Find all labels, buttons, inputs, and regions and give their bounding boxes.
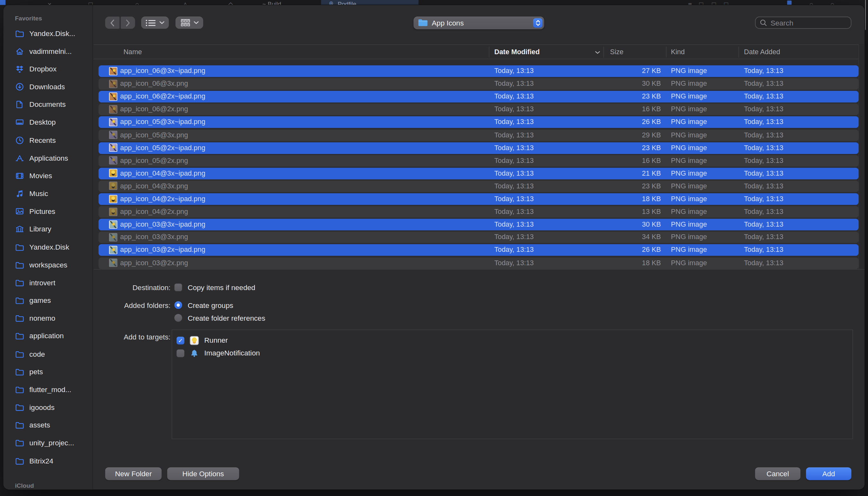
folder-references-label: Create folder references xyxy=(188,314,265,322)
table-row[interactable]: app_icon_05@2x~ipad.pngToday, 13:1323 KB… xyxy=(98,141,858,154)
add-button[interactable]: Add xyxy=(806,467,851,480)
column-header-date-added[interactable]: Date Added xyxy=(744,47,780,57)
sidebar-item-flutter-mod[interactable]: flutter_mod... xyxy=(9,383,91,396)
file-name: app_icon_05@3x.png xyxy=(120,129,188,141)
file-date-modified: Today, 13:13 xyxy=(494,180,534,192)
sidebar-item-introvert[interactable]: introvert xyxy=(9,276,91,290)
file-kind: PNG image xyxy=(671,180,707,192)
folder-icon xyxy=(15,403,25,412)
new-folder-button[interactable]: New Folder xyxy=(105,467,161,480)
file-date-added: Today, 13:13 xyxy=(744,129,784,141)
folder-icon xyxy=(15,349,25,359)
sidebar-item-application[interactable]: application xyxy=(9,329,91,343)
cancel-button[interactable]: Cancel xyxy=(755,467,801,480)
sidebar-item-yandex-disk[interactable]: Yandex.Disk... xyxy=(9,27,91,40)
forward-button[interactable] xyxy=(121,17,135,29)
chevron-down-icon xyxy=(193,21,199,24)
file-size: 23 KB xyxy=(586,141,661,154)
file-date-modified: Today, 13:13 xyxy=(494,218,534,231)
file-date-added: Today, 13:13 xyxy=(744,206,784,218)
sidebar-item-igooods[interactable]: igooods xyxy=(9,401,91,414)
file-thumbnail-icon xyxy=(109,118,117,126)
search-input[interactable]: Search xyxy=(755,17,851,29)
sidebar-item-nonemo[interactable]: nonemo xyxy=(9,312,91,325)
file-thumbnail-icon xyxy=(109,182,117,190)
file-kind: PNG image xyxy=(671,206,707,218)
file-size: 30 KB xyxy=(586,77,661,90)
file-date-modified: Today, 13:13 xyxy=(494,65,534,77)
background-toolbar-icon: ◇ xyxy=(228,1,233,5)
column-header-kind[interactable]: Kind xyxy=(671,47,684,57)
sidebar-item-label: Bitrix24 xyxy=(29,456,53,465)
column-header-size[interactable]: Size xyxy=(610,47,623,57)
create-groups-radio[interactable] xyxy=(174,301,182,309)
table-row[interactable]: app_icon_03@3x~ipad.pngToday, 13:1330 KB… xyxy=(98,218,858,231)
file-size: 13 KB xyxy=(586,206,661,218)
file-date-modified: Today, 13:13 xyxy=(494,167,534,180)
sidebar-item-bitrix24[interactable]: Bitrix24 xyxy=(9,454,91,468)
column-header-date-modified[interactable]: Date Modified xyxy=(494,47,539,57)
back-button[interactable] xyxy=(105,17,120,29)
table-row[interactable]: app_icon_05@3x~ipad.pngToday, 13:1326 KB… xyxy=(98,116,858,129)
file-thumbnail-icon xyxy=(109,105,117,113)
table-row[interactable]: app_icon_03@3x.pngToday, 13:1334 KBPNG i… xyxy=(98,231,858,244)
table-row[interactable]: app_icon_04@2x.pngToday, 13:1313 KBPNG i… xyxy=(98,206,858,218)
file-name: app_icon_04@3x.png xyxy=(120,180,188,192)
table-row[interactable]: app_icon_06@3x~ipad.pngToday, 13:1327 KB… xyxy=(98,65,858,77)
folder-references-radio[interactable] xyxy=(174,314,182,322)
sidebar-item-vadimmelni[interactable]: vadimmelni... xyxy=(9,44,91,58)
column-divider xyxy=(738,47,739,58)
table-row[interactable]: app_icon_06@2x.pngToday, 13:1316 KBPNG i… xyxy=(98,103,858,116)
target-row-runner[interactable]: ✓Runner xyxy=(176,334,228,347)
file-size: 29 KB xyxy=(586,129,661,141)
location-popup[interactable]: App Icons xyxy=(414,17,544,29)
sidebar-item-pets[interactable]: pets xyxy=(9,365,91,378)
create-groups-label: Create groups xyxy=(188,301,233,310)
grid-view-button[interactable] xyxy=(176,17,203,29)
table-row[interactable]: app_icon_06@3x.pngToday, 13:1330 KBPNG i… xyxy=(98,77,858,90)
list-view-button[interactable] xyxy=(141,17,169,29)
background-toolbar-icon: □ xyxy=(724,1,728,5)
table-row[interactable]: app_icon_05@2x.pngToday, 13:1316 KBPNG i… xyxy=(98,154,858,167)
table-row[interactable]: app_icon_06@2x~ipad.pngToday, 13:1323 KB… xyxy=(98,90,858,103)
file-name: app_icon_03@3x.png xyxy=(120,231,188,244)
file-kind: PNG image xyxy=(671,116,707,129)
file-list: app_icon_06@3x~ipad.pngToday, 13:1327 KB… xyxy=(3,65,865,269)
target-row-imagenotification[interactable]: ImageNotification xyxy=(176,346,260,359)
table-row[interactable]: app_icon_05@3x.pngToday, 13:1329 KBPNG i… xyxy=(98,129,858,141)
folder-icon xyxy=(15,438,25,448)
file-size: 23 KB xyxy=(586,90,661,103)
file-size: 34 KB xyxy=(586,231,661,244)
folder-icon xyxy=(15,385,25,394)
table-row[interactable]: app_icon_03@2x.pngToday, 13:1318 KBPNG i… xyxy=(98,257,858,269)
target-checkbox[interactable] xyxy=(176,349,184,357)
target-label: Runner xyxy=(204,336,228,344)
file-date-modified: Today, 13:13 xyxy=(494,193,534,206)
column-header-name[interactable]: Name xyxy=(123,47,142,57)
hide-options-button[interactable]: Hide Options xyxy=(167,467,239,480)
table-row[interactable]: app_icon_04@3x~ipad.pngToday, 13:1321 KB… xyxy=(98,167,858,180)
table-row[interactable]: app_icon_03@2x~ipad.pngToday, 13:1326 KB… xyxy=(98,244,858,257)
sidebar-item-unity-projec[interactable]: unity_projec... xyxy=(9,436,91,450)
home-icon xyxy=(15,46,25,56)
copy-items-checkbox[interactable] xyxy=(174,283,182,291)
sidebar-item-label: nonemo xyxy=(29,314,56,322)
sidebar-item-games[interactable]: games xyxy=(9,294,91,307)
sidebar-item-assets[interactable]: assets xyxy=(9,419,91,432)
target-label: ImageNotification xyxy=(204,349,260,357)
file-name: app_icon_03@3x~ipad.png xyxy=(120,218,205,231)
background-toolbar-icon: ≡ xyxy=(688,1,692,5)
table-header-divider xyxy=(94,59,865,59)
file-date-added: Today, 13:13 xyxy=(744,218,784,231)
file-date-modified: Today, 13:13 xyxy=(494,77,534,90)
file-date-added: Today, 13:13 xyxy=(744,193,784,206)
table-row[interactable]: app_icon_04@2x~ipad.pngToday, 13:1318 KB… xyxy=(98,193,858,206)
sidebar-item-code[interactable]: code xyxy=(9,347,91,360)
file-thumbnail-icon xyxy=(109,246,117,254)
file-date-modified: Today, 13:13 xyxy=(494,154,534,167)
table-row[interactable]: app_icon_04@3x.pngToday, 13:1323 KBPNG i… xyxy=(98,180,858,192)
file-kind: PNG image xyxy=(671,129,707,141)
location-value: App Icons xyxy=(432,19,533,27)
target-checkbox[interactable]: ✓ xyxy=(176,336,184,344)
folder-icon xyxy=(15,456,25,466)
